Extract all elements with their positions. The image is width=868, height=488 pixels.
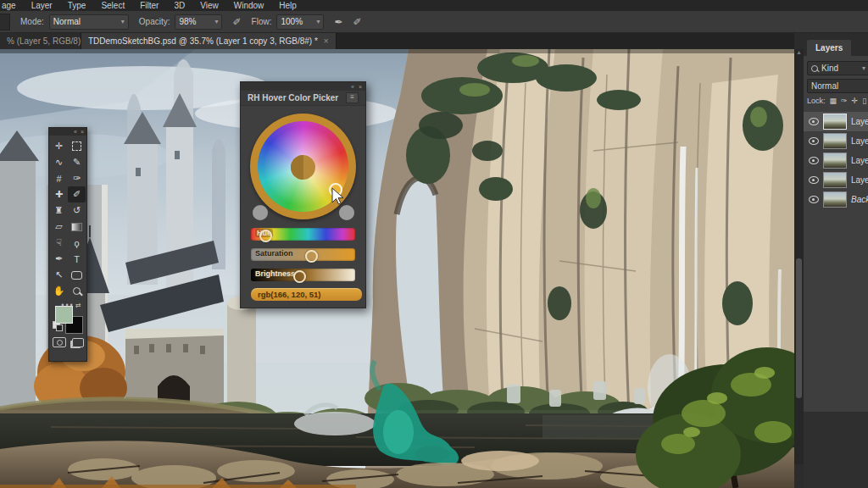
menu-item-select[interactable]: Select (93, 1, 132, 10)
close-icon[interactable]: × (324, 36, 329, 46)
tool-lasso[interactable]: ∿ (50, 154, 68, 170)
hue-slider[interactable]: Hue (251, 228, 355, 241)
chevron-down-icon: ▾ (316, 18, 320, 25)
visibility-eye-icon[interactable] (809, 176, 819, 184)
visibility-eye-icon[interactable] (809, 137, 819, 145)
tool-brush[interactable]: ✐ (68, 186, 86, 202)
shape-icon (71, 271, 82, 280)
layer-thumbnail[interactable] (823, 152, 847, 169)
layer-thumbnail[interactable] (823, 191, 847, 208)
tool-clone-stamp[interactable]: ♜ (50, 202, 68, 219)
menu-item-layer[interactable]: Layer (24, 1, 60, 10)
layer-thumbnail[interactable] (823, 172, 847, 188)
layers-panel-body: Kind ▾ Normal Lock: ▦ ✑ ✛ ▯ Layer 1 (804, 56, 868, 412)
flow-select[interactable]: 100% ▾ (276, 14, 324, 30)
collapse-icon[interactable]: « (74, 129, 77, 135)
scroll-up-icon[interactable]: ▲ (796, 49, 802, 55)
brightness-handle[interactable] (293, 270, 306, 283)
quick-mask-icon[interactable] (53, 337, 66, 347)
flow-value: 100% (281, 17, 303, 26)
airbrush-icon[interactable]: ✒ (334, 16, 342, 28)
layer-row[interactable]: Layer 1 (804, 112, 868, 131)
canvas-vertical-scrollbar[interactable]: ▲ (794, 49, 804, 464)
tab-layers[interactable]: Layers (807, 40, 851, 56)
wheel-handle-left[interactable] (253, 205, 268, 220)
tools-panel: « × ✛ ∿ ✎ # ✑ ✚ ✐ ♜ ↺ ▱ ☟ ϙ ✒ T ↖ ✋ ••• … (48, 127, 87, 362)
airbrush-opacity-icon[interactable]: ✐ (232, 16, 241, 28)
tool-eraser[interactable]: ▱ (50, 219, 68, 235)
filter-kind-select[interactable]: Kind ▾ (807, 61, 868, 75)
close-icon[interactable]: × (81, 129, 84, 135)
menu-item-window[interactable]: Window (226, 1, 272, 10)
layers-blend-mode-select[interactable]: Normal (807, 79, 868, 93)
lock-all-icon[interactable]: ▯ (862, 97, 866, 105)
tool-preset-icon[interactable] (0, 14, 10, 30)
menu-bar: age Layer Type Select Filter 3D View Win… (0, 0, 868, 11)
menu-item-3d[interactable]: 3D (166, 1, 192, 10)
layer-thumbnail[interactable] (823, 114, 847, 130)
menu-item-view[interactable]: View (192, 1, 226, 10)
lock-pixels-icon[interactable]: ✑ (841, 97, 848, 105)
menu-item-filter[interactable]: Filter (132, 1, 166, 10)
visibility-eye-icon[interactable] (809, 118, 819, 125)
foreground-color-swatch[interactable] (55, 306, 73, 324)
blend-mode-select[interactable]: Normal ▾ (49, 14, 129, 30)
tab-label: % (Layer 5, RGB/8) * (7, 36, 81, 46)
wheel-handle-right[interactable] (339, 205, 354, 220)
layer-row[interactable]: Background (804, 190, 868, 209)
layer-row[interactable]: Layer 1 (804, 131, 868, 151)
tool-move[interactable]: ✛ (50, 138, 68, 154)
chevron-down-icon: ▾ (121, 18, 125, 25)
tool-shape[interactable] (68, 267, 86, 283)
kind-label: Kind (821, 64, 838, 73)
tool-quick-selection[interactable]: ✎ (68, 154, 86, 170)
visibility-eye-icon[interactable] (809, 196, 819, 203)
layer-row[interactable]: Layer 1 (804, 170, 868, 190)
pressure-size-icon[interactable]: ✐ (353, 16, 362, 28)
opacity-select[interactable]: 98% ▾ (175, 14, 222, 30)
rgb-value-readout: rgb(166, 120, 51) (251, 288, 362, 301)
collapse-icon[interactable]: « (351, 84, 354, 90)
tool-gradient[interactable] (68, 219, 86, 235)
gradient-icon (71, 223, 82, 231)
options-bar: Mode: Normal ▾ Opacity: 98% ▾ ✐ Flow: 10… (0, 11, 868, 33)
tool-crop[interactable]: # (50, 170, 68, 186)
tool-rectangular-marquee[interactable] (68, 138, 86, 154)
close-icon[interactable]: × (359, 84, 362, 90)
tool-eyedropper[interactable]: ✑ (68, 170, 86, 186)
layer-row[interactable]: Layer 1 (804, 151, 868, 170)
lock-transparency-icon[interactable]: ▦ (830, 97, 837, 105)
lock-position-icon[interactable]: ✛ (852, 97, 859, 105)
tool-smudge[interactable]: ☟ (50, 235, 68, 251)
menu-item-type[interactable]: Type (60, 1, 94, 10)
hue-handle[interactable] (259, 230, 272, 242)
flow-label: Flow: (252, 17, 272, 26)
search-icon (811, 65, 818, 72)
document-tab-active[interactable]: TDDemoSketchBG.psd @ 35.7% (Layer 1 copy… (81, 32, 337, 49)
brightness-slider[interactable]: Brightness (251, 269, 355, 281)
screen-mode-icon[interactable] (72, 338, 84, 347)
menu-item-help[interactable]: Help (271, 1, 304, 10)
tool-healing-brush[interactable]: ✚ (50, 186, 68, 202)
swap-colors-icon[interactable]: ⇄ (75, 302, 81, 309)
color-wheel-area (241, 108, 365, 226)
saturation-handle[interactable] (305, 250, 318, 263)
tool-pen[interactable]: ✒ (50, 251, 68, 267)
tool-hand[interactable]: ✋ (50, 283, 68, 299)
menu-item-image-partial[interactable]: age (0, 1, 24, 10)
saturation-slider[interactable]: Saturation (251, 248, 355, 261)
tab-label: TDDemoSketchBG.psd @ 35.7% (Layer 1 copy… (88, 36, 318, 46)
tool-zoom[interactable] (68, 283, 86, 299)
layer-thumbnail[interactable] (823, 133, 847, 149)
color-picker-panel: « × RH Hover Color Picker ≡ Hue Saturati… (240, 81, 366, 308)
layers-panel: Layers Kind ▾ Normal Lock: ▦ ✑ ✛ ▯ (804, 32, 868, 488)
visibility-eye-icon[interactable] (809, 157, 819, 164)
document-canvas[interactable] (0, 49, 794, 488)
document-tab-inactive[interactable]: % (Layer 5, RGB/8) * × (0, 32, 81, 49)
tool-dodge[interactable]: ϙ (68, 235, 86, 251)
panel-menu-icon[interactable]: ≡ (346, 92, 359, 103)
scrollbar-thumb[interactable] (796, 258, 802, 398)
tool-type[interactable]: T (68, 251, 86, 267)
tool-history-brush[interactable]: ↺ (68, 202, 86, 219)
tool-path-selection[interactable]: ↖ (50, 267, 68, 283)
